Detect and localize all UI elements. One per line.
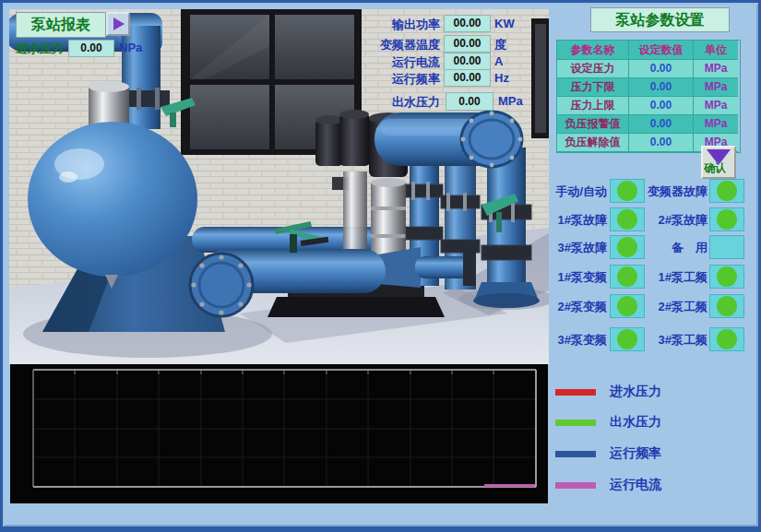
status-indicator [709, 179, 744, 203]
param-setpoint[interactable]: 0.00 [629, 134, 694, 152]
param-name: 压力上限 [557, 97, 629, 115]
telemetry-unit: KW [494, 17, 515, 30]
indicator-dot [617, 237, 637, 257]
legend-item: 出水压力 [555, 414, 758, 432]
status-label: 3#泵故障 [549, 235, 607, 260]
status-row: 手动/自动 变频器故障 [549, 179, 757, 204]
param-setpoint[interactable]: 0.00 [629, 60, 694, 78]
telemetry-value: 00.00 [444, 53, 491, 70]
play-triangle-icon [113, 18, 125, 30]
telemetry-unit: A [494, 54, 503, 68]
status-indicator [709, 207, 744, 231]
status-row: 1#泵故障 2#泵故障 [549, 207, 757, 232]
status-label: 1#泵变频 [549, 265, 607, 290]
param-name: 负压解除值 [557, 134, 629, 152]
status-row: 3#泵变频 3#泵工频 [549, 327, 757, 352]
legend-item: 运行频率 [555, 445, 758, 464]
confirm-button[interactable]: 确认 [701, 146, 736, 179]
param-setpoint[interactable]: 0.00 [629, 78, 694, 97]
trend-chart [10, 364, 548, 503]
status-indicator [610, 265, 645, 289]
status-indicator [610, 179, 645, 203]
legend-label: 运行电流 [610, 477, 661, 493]
telemetry-unit: Hz [494, 71, 509, 85]
legend-swatch [555, 451, 596, 457]
param-setpoint[interactable]: 0.00 [629, 97, 694, 115]
param-unit: MPa [694, 97, 738, 115]
confirm-label: 确认 [704, 160, 726, 176]
legend-swatch [555, 389, 596, 396]
status-label: 2#泵变频 [549, 294, 607, 319]
status-indicator [610, 294, 645, 318]
status-label: 2#泵故障 [641, 207, 707, 232]
status-indicator [709, 327, 744, 351]
param-unit: MPa [694, 78, 738, 97]
hmi-screen: 泵站报表 进水压力 0.00 NPa 输出功率 00.00 KW 变频器温度 0… [0, 0, 761, 532]
param-name: 压力下限 [557, 78, 629, 97]
status-indicator [610, 327, 645, 351]
status-indicator [709, 294, 744, 318]
window-partial [531, 18, 549, 138]
telemetry-label: 输出功率 [327, 17, 440, 33]
column-header: 参数名称 [557, 41, 629, 60]
legend-swatch [555, 482, 596, 489]
indicator-dot [717, 266, 737, 287]
indicator-dot [717, 209, 737, 230]
indicator-dot [717, 181, 737, 201]
legend-label: 出水压力 [610, 414, 661, 431]
indicator-dot [617, 181, 637, 201]
indicator-dot [717, 296, 737, 316]
status-label: 3#泵工频 [641, 327, 707, 352]
indicator-dot [617, 329, 637, 349]
telemetry-value: 00.00 [444, 15, 491, 32]
indicator-dot [717, 329, 737, 349]
indicator-dot [617, 209, 637, 230]
status-label: 变频器故障 [641, 179, 707, 204]
param-unit: MPa [694, 115, 738, 134]
indicator-dot [617, 296, 637, 316]
status-label: 备 用 [641, 235, 707, 260]
outlet-pressure-label: 出水压力 [327, 94, 440, 111]
status-label: 1#泵工频 [641, 265, 707, 290]
outlet-pressure-value: 0.00 [446, 92, 493, 111]
telemetry-label: 运行电流 [327, 54, 440, 71]
inlet-pressure-unit: NPa [119, 41, 142, 54]
param-name: 设定压力 [557, 60, 629, 78]
status-label: 手动/自动 [549, 179, 607, 204]
telemetry-unit: 度 [494, 37, 506, 53]
legend-item: 运行电流 [555, 477, 758, 495]
param-name: 负压报警值 [557, 115, 629, 134]
status-label: 3#泵变频 [549, 327, 607, 352]
report-nav-button[interactable] [106, 12, 130, 36]
status-indicator [610, 207, 645, 231]
inlet-pressure-value: 0.00 [68, 40, 114, 57]
status-row: 3#泵故障 备 用 [549, 235, 757, 260]
status-row: 2#泵变频 2#泵工频 [549, 294, 757, 319]
legend-label: 进水压力 [610, 384, 661, 400]
legend-swatch [555, 420, 596, 426]
telemetry-value: 00.00 [444, 69, 491, 87]
telemetry-label: 变频器温度 [327, 37, 440, 53]
status-indicator [709, 235, 744, 259]
status-label: 1#泵故障 [549, 207, 607, 232]
inlet-pressure-label: 进水压力 [16, 41, 64, 57]
telemetry-label: 运行频率 [327, 71, 440, 88]
telemetry-value: 00.00 [444, 35, 491, 53]
settings-table: 参数名称 设定数值 单位 设定压力 0.00 MPa 压力下限 0.00 MPa… [556, 40, 741, 153]
column-header: 单位 [694, 41, 738, 60]
status-row: 1#泵变频 1#泵工频 [549, 265, 757, 290]
status-indicator [610, 235, 645, 259]
param-unit: MPa [694, 60, 738, 78]
column-header: 设定数值 [629, 41, 694, 60]
legend-label: 运行频率 [610, 445, 661, 462]
param-setpoint[interactable]: 0.00 [629, 115, 694, 134]
status-label: 2#泵工频 [641, 294, 707, 319]
indicator-dot [617, 266, 637, 287]
report-button[interactable]: 泵站报表 [16, 12, 106, 38]
legend-item: 进水压力 [555, 384, 758, 402]
outlet-pressure-unit: MPa [498, 94, 523, 108]
status-indicator [709, 265, 744, 289]
settings-panel-title: 泵站参数设置 [590, 7, 730, 32]
